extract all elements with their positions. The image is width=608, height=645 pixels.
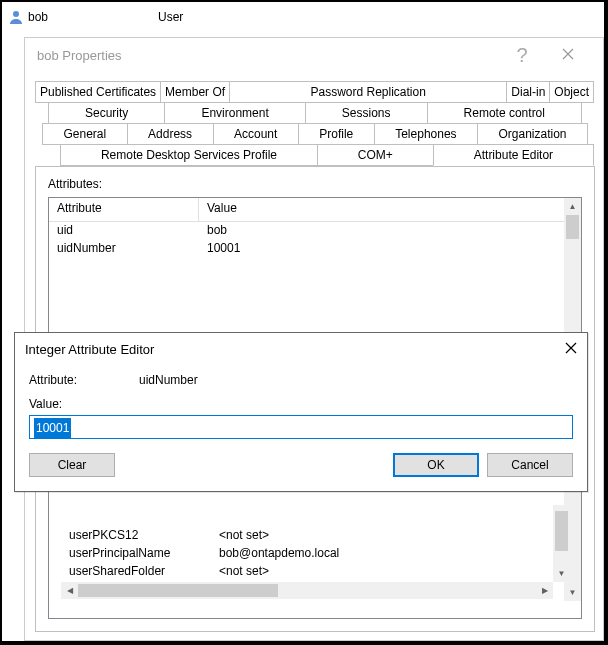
close-button[interactable]	[545, 48, 591, 63]
value-input[interactable]: 10001	[29, 415, 573, 439]
attribute-label: Attribute:	[29, 373, 139, 387]
value-label: Value:	[29, 397, 573, 411]
dialog-title: Integer Attribute Editor	[25, 342, 537, 357]
tab-profile[interactable]: Profile	[298, 123, 375, 145]
tab-password-replication[interactable]: Password Replication	[229, 81, 507, 103]
svg-point-0	[13, 11, 19, 17]
integer-attribute-editor-dialog: Integer Attribute Editor Attribute: uidN…	[14, 332, 588, 492]
hscroll-thumb[interactable]	[78, 584, 278, 597]
clear-button[interactable]: Clear	[29, 453, 115, 477]
value-input-text: 10001	[34, 418, 71, 438]
attribute-row[interactable]: uid bob	[49, 222, 564, 240]
dialog-close-button[interactable]	[537, 342, 577, 357]
properties-titlebar[interactable]: bob Properties ?	[25, 38, 603, 72]
scroll-right-icon[interactable]: ▶	[536, 582, 553, 599]
tab-strip: Published Certificates Member Of Passwor…	[35, 80, 595, 166]
tab-rds-profile[interactable]: Remote Desktop Services Profile	[60, 144, 318, 166]
vertical-scrollbar-lower[interactable]: ▼	[553, 505, 570, 582]
tab-security[interactable]: Security	[48, 102, 165, 124]
tab-organization[interactable]: Organization	[477, 123, 588, 145]
tab-member-of[interactable]: Member Of	[160, 81, 230, 103]
ok-button[interactable]: OK	[393, 453, 479, 477]
object-header: bob User	[8, 5, 604, 29]
attributes-header[interactable]: Attribute Value	[49, 198, 581, 222]
col-attribute[interactable]: Attribute	[49, 198, 199, 221]
properties-title: bob Properties	[37, 48, 499, 63]
object-type: User	[158, 10, 183, 24]
attribute-name: uidNumber	[139, 373, 198, 387]
object-name[interactable]: bob	[28, 10, 158, 24]
tab-dial-in[interactable]: Dial-in	[506, 81, 550, 103]
scroll-down-icon[interactable]: ▼	[553, 565, 570, 582]
scroll-thumb[interactable]	[555, 511, 568, 551]
tab-telephones[interactable]: Telephones	[374, 123, 478, 145]
attribute-row[interactable]: userPrincipalName bob@ontapdemo.local	[61, 545, 564, 563]
scroll-left-icon[interactable]: ◀	[61, 582, 78, 599]
tab-address[interactable]: Address	[127, 123, 214, 145]
tab-general[interactable]: General	[42, 123, 128, 145]
tab-published-certificates[interactable]: Published Certificates	[35, 81, 161, 103]
dialog-titlebar[interactable]: Integer Attribute Editor	[15, 333, 587, 365]
attributes-rows-lower: userPKCS12 <not set> userPrincipalName b…	[61, 527, 564, 581]
tab-sessions[interactable]: Sessions	[305, 102, 428, 124]
tab-environment[interactable]: Environment	[164, 102, 305, 124]
tab-com-plus[interactable]: COM+	[317, 144, 434, 166]
tab-account[interactable]: Account	[213, 123, 299, 145]
scroll-up-icon[interactable]: ▲	[564, 198, 581, 215]
col-value[interactable]: Value	[199, 198, 581, 221]
tab-object[interactable]: Object	[549, 81, 594, 103]
cancel-button[interactable]: Cancel	[487, 453, 573, 477]
attribute-row[interactable]: uidNumber 10001	[49, 240, 564, 258]
attributes-label: Attributes:	[48, 177, 582, 191]
attribute-row[interactable]: userPKCS12 <not set>	[61, 527, 564, 545]
tab-attribute-editor[interactable]: Attribute Editor	[433, 144, 594, 166]
attribute-row[interactable]: userSharedFolder <not set>	[61, 563, 564, 581]
horizontal-scrollbar[interactable]: ◀ ▶	[61, 582, 553, 599]
user-icon	[8, 9, 24, 25]
tab-remote-control[interactable]: Remote control	[427, 102, 582, 124]
scroll-thumb[interactable]	[566, 215, 579, 239]
help-button[interactable]: ?	[499, 44, 545, 67]
